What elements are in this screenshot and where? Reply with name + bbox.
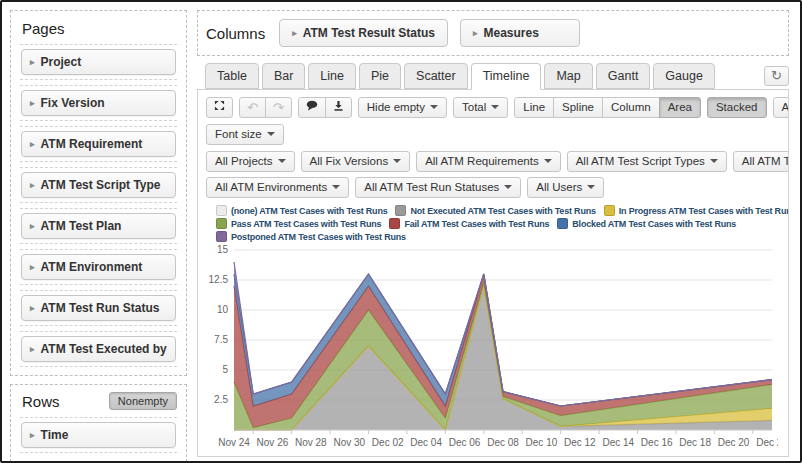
tab-timeline[interactable]: Timeline [471, 63, 542, 90]
legend-item-blocked[interactable]: Blocked ATM Test Cases with Test Runs [557, 218, 736, 229]
filter-all-atm-environments[interactable]: All ATM Environments [206, 177, 349, 198]
legend-item-postponed[interactable]: Postponed ATM Test Cases with Test Runs [216, 231, 406, 242]
x-axis-label: Nov 24 [218, 437, 250, 448]
row-item-time[interactable]: ▸Time [21, 422, 176, 448]
caret-down-icon [544, 159, 552, 163]
filter-all-projects[interactable]: All Projects [206, 151, 295, 172]
filter-label: All ATM Environments [215, 181, 327, 193]
caret-right-icon: ▸ [30, 57, 35, 67]
caret-right-icon: ▸ [30, 303, 35, 313]
x-axis-label: Dec 20 [718, 437, 750, 448]
filter-all-atm-requirements[interactable]: All ATM Requirements [416, 151, 561, 172]
caret-down-icon [504, 185, 512, 189]
expand-arrows-icon [214, 100, 225, 111]
toolbar-row-2: Font size [206, 124, 780, 145]
caret-right-icon: ▸ [30, 221, 35, 231]
refresh-button[interactable]: ↻ [764, 66, 789, 86]
caret-down-icon [710, 159, 718, 163]
legend-swatch-icon [604, 205, 615, 216]
redo-icon: ↷ [273, 100, 284, 115]
x-axis-label: Dec 16 [641, 437, 673, 448]
axes-options-dropdown[interactable]: Axes options [773, 97, 790, 118]
tab-table[interactable]: Table [205, 63, 259, 89]
legend-item-not[interactable]: Not Executed ATM Test Cases with Test Ru… [395, 205, 595, 216]
columns-items: ▸ATM Test Result Status▸Measures [279, 19, 580, 47]
page-item-atm-environment[interactable]: ▸ATM Environment [21, 254, 176, 280]
y-axis-label: 7.5 [214, 334, 228, 345]
chart-type-column[interactable]: Column [602, 97, 660, 118]
legend-label: Not Executed ATM Test Cases with Test Ru… [410, 206, 595, 216]
page-item-project[interactable]: ▸Project [21, 49, 176, 75]
legend-item-in[interactable]: In Progress ATM Test Cases with Test Run… [604, 205, 789, 216]
tab-pie[interactable]: Pie [359, 63, 401, 89]
chart-type-area[interactable]: Area [659, 97, 701, 118]
page-item-fix-version-label: Fix Version [41, 96, 105, 110]
font-size-dropdown[interactable]: Font size [206, 124, 284, 145]
download-button[interactable] [325, 97, 352, 118]
page-drop-cell: ▸ATM Environment [20, 249, 177, 285]
filter-all-fix-versions[interactable]: All Fix Versions [301, 151, 411, 172]
filter-label: All Projects [215, 155, 273, 167]
page-drop-cell: ▸ATM Requirement [20, 126, 177, 162]
column-member-atm-test-result-status[interactable]: ▸ATM Test Result Status [279, 19, 448, 47]
nonempty-button[interactable]: Nonempty [109, 392, 177, 410]
legend-label: Postponed ATM Test Cases with Test Runs [231, 232, 406, 242]
tab-bar[interactable]: Bar [262, 63, 305, 89]
fullscreen-button[interactable] [206, 97, 233, 118]
legend-row: (none) ATM Test Cases with Test RunsNot … [210, 205, 780, 216]
chart-svg: 2.557.51012.515Nov 24Nov 26Nov 28Nov 30D… [206, 244, 778, 457]
filter-all-users[interactable]: All Users [527, 177, 604, 198]
legend-swatch-icon [216, 205, 227, 216]
x-axis-label: Dec 12 [564, 437, 596, 448]
x-axis-label: Dec 10 [526, 437, 558, 448]
legend-swatch-icon [389, 218, 400, 229]
comment-button[interactable] [298, 97, 326, 118]
tab-map[interactable]: Map [544, 63, 592, 89]
column-member-label: ATM Test Result Status [303, 26, 435, 40]
pages-title: Pages [22, 20, 177, 37]
refresh-icon: ↻ [771, 68, 782, 83]
rows-title: Rows [22, 393, 60, 410]
page-item-atm-requirement[interactable]: ▸ATM Requirement [21, 131, 176, 157]
legend-label: Pass ATM Test Cases with Test Runs [231, 219, 381, 229]
page-item-atm-test-script-type[interactable]: ▸ATM Test Script Type [21, 172, 176, 198]
chart-type-line[interactable]: Line [514, 97, 554, 118]
filter-all-atm-test-run-statuses[interactable]: All ATM Test Run Statuses [355, 177, 521, 198]
comment-icon [306, 100, 318, 111]
page-item-fix-version[interactable]: ▸Fix Version [21, 90, 176, 116]
page-drop-cell: ▸Project [20, 44, 177, 80]
filter-all-atm-test-plans[interactable]: All ATM Test Plans [733, 151, 789, 172]
chart-type-spline[interactable]: Spline [553, 97, 603, 118]
hide-empty-dropdown[interactable]: Hide empty [358, 97, 447, 118]
legend-item-none[interactable]: (none) ATM Test Cases with Test Runs [216, 205, 387, 216]
x-axis-label: Nov 28 [295, 437, 327, 448]
undo-button[interactable]: ↶ [239, 97, 266, 118]
page-drop-cell: ▸ATM Test Executed by [20, 331, 177, 367]
caret-down-icon [430, 105, 438, 109]
report-panel: ↶ ↷ Hide empty Total LineSplineColumnAre… [197, 89, 789, 457]
x-axis-label: Dec 04 [410, 437, 442, 448]
legend-label: Blocked ATM Test Cases with Test Runs [572, 219, 736, 229]
caret-down-icon [491, 105, 499, 109]
sidebar: Pages ▸Project▸Fix Version▸ATM Requireme… [10, 10, 187, 462]
download-icon [333, 100, 344, 111]
page-drop-cell: ▸ATM Test Run Status [20, 290, 177, 326]
page-item-atm-test-run-status[interactable]: ▸ATM Test Run Status [21, 295, 176, 321]
tab-gauge[interactable]: Gauge [653, 63, 715, 89]
filter-label: All Users [536, 181, 582, 193]
column-member-measures[interactable]: ▸Measures [460, 19, 580, 47]
tab-line[interactable]: Line [308, 63, 356, 89]
page-item-atm-test-plan[interactable]: ▸ATM Test Plan [21, 213, 176, 239]
page-item-atm-test-executed-by[interactable]: ▸ATM Test Executed by [21, 336, 176, 362]
tab-scatter[interactable]: Scatter [404, 63, 468, 89]
legend-item-fail[interactable]: Fail ATM Test Cases with Test Runs [389, 218, 549, 229]
legend-item-pass[interactable]: Pass ATM Test Cases with Test Runs [216, 218, 381, 229]
undo-icon: ↶ [247, 100, 258, 115]
total-dropdown[interactable]: Total [453, 97, 508, 118]
filter-all-atm-test-script-types[interactable]: All ATM Test Script Types [567, 151, 727, 172]
legend-swatch-icon [216, 218, 227, 229]
stacked-toggle[interactable]: Stacked [707, 97, 767, 118]
app-window: Pages ▸Project▸Fix Version▸ATM Requireme… [0, 0, 802, 463]
tab-gantt[interactable]: Gantt [596, 63, 651, 89]
redo-button[interactable]: ↷ [265, 97, 292, 118]
